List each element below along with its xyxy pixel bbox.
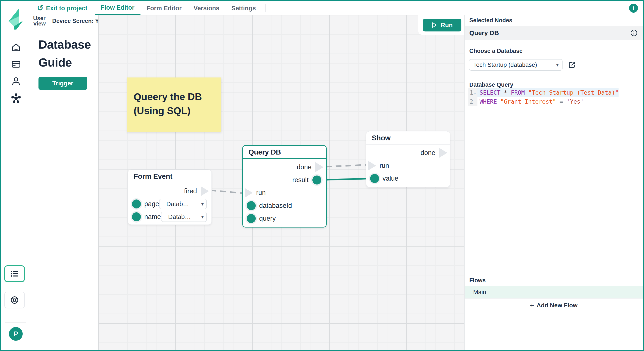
port-label: run xyxy=(256,189,266,197)
tab-flow-editor[interactable]: Flow Editor xyxy=(95,1,140,15)
user-avatar[interactable]: P xyxy=(9,327,23,341)
data-output-port[interactable] xyxy=(312,176,321,184)
data-input-port[interactable] xyxy=(132,199,141,208)
code-line: 2 WHERE "Grant Interest" = 'Yes' xyxy=(468,97,575,106)
edge-done-to-run xyxy=(326,165,367,167)
exec-output-port[interactable] xyxy=(439,148,447,158)
user-icon[interactable] xyxy=(10,76,22,87)
tab-bar-divider xyxy=(265,4,266,12)
exec-input-port[interactable] xyxy=(368,161,376,171)
list-icon xyxy=(10,269,20,279)
node-query-db[interactable]: Query DB done result run databaseId xyxy=(242,145,327,227)
node-title: Form Event xyxy=(128,170,212,183)
lifebuoy-icon xyxy=(10,295,20,305)
device-screen-selector[interactable]: Device Screen: Yo xyxy=(50,15,98,27)
top-bar: ↺ Exit to project Flow Editor Form Edito… xyxy=(31,1,643,15)
port-label: done xyxy=(420,149,435,157)
play-icon xyxy=(432,22,437,28)
tab-form-editor[interactable]: Form Editor xyxy=(140,1,188,15)
sql-editor[interactable]: 1 ⌄ SELECT * FROM "Tech Startup (Test Da… xyxy=(468,88,575,106)
port-row-page: page Datab… ▾ xyxy=(128,198,212,210)
user-view-label: User View xyxy=(33,16,46,26)
data-input-port[interactable] xyxy=(370,174,379,183)
run-button[interactable]: Run xyxy=(423,19,462,32)
port-row-databaseid: databaseId xyxy=(243,199,326,212)
fold-chevron-icon[interactable]: ⌄ xyxy=(474,90,476,95)
choose-database-label: Choose a Database xyxy=(469,48,522,54)
port-label: fired xyxy=(184,187,197,195)
help-button[interactable] xyxy=(4,292,25,308)
integrations-hub-icon[interactable] xyxy=(10,93,22,104)
tab-versions[interactable]: Versions xyxy=(188,1,225,15)
page-title: Database Guide xyxy=(38,36,96,72)
chevron-down-icon: ▾ xyxy=(556,62,559,68)
port-label: result xyxy=(292,176,308,184)
chevron-down-icon: ▾ xyxy=(201,201,204,207)
port-label: query xyxy=(259,215,276,222)
line-number: 2 xyxy=(470,98,473,105)
exec-output-port[interactable] xyxy=(315,162,324,172)
port-label: value xyxy=(382,175,398,182)
exit-to-project-button[interactable]: ↺ Exit to project xyxy=(37,1,88,15)
flow-item-main[interactable]: Main xyxy=(464,286,643,298)
sticky-note[interactable]: Queery the DB (Using SQL) xyxy=(127,78,221,132)
line-number: 1 xyxy=(470,89,473,96)
port-row-result: result xyxy=(243,174,326,186)
add-new-flow-button[interactable]: + Add New Flow xyxy=(464,298,643,312)
tab-settings[interactable]: Settings xyxy=(225,1,262,15)
plus-icon: + xyxy=(530,302,534,309)
info-icon[interactable]: i xyxy=(629,4,638,13)
port-label: done xyxy=(297,163,312,171)
database-query-label: Database Query xyxy=(469,82,513,88)
sidebar-divider xyxy=(5,322,26,322)
port-label: databaseId xyxy=(259,202,292,210)
data-input-port[interactable] xyxy=(247,214,256,223)
app-window: ↺ Exit to project Flow Editor Form Edito… xyxy=(0,0,644,351)
node-title: Query DB xyxy=(243,146,326,159)
name-select[interactable]: Datab… ▾ xyxy=(161,212,207,222)
port-label: page xyxy=(144,200,159,208)
app-logo-icon xyxy=(7,7,25,30)
port-row-run: run xyxy=(366,159,450,172)
editor-tabs: Flow Editor Form Editor Versions Setting… xyxy=(95,1,266,15)
port-label: run xyxy=(380,162,389,170)
node-form-event[interactable]: Form Event fired page Datab… ▾ name xyxy=(128,170,212,225)
port-row-done: done xyxy=(366,146,450,159)
flow-canvas[interactable]: Queery the DB (Using SQL) Form Event fir… xyxy=(98,15,464,350)
data-input-port[interactable] xyxy=(132,212,141,221)
left-sidebar: P xyxy=(1,1,31,350)
chevron-down-icon: ▾ xyxy=(201,214,204,220)
data-input-port[interactable] xyxy=(247,201,256,210)
open-database-external-icon[interactable] xyxy=(568,61,576,69)
undo-arrow-icon: ↺ xyxy=(37,5,44,11)
selected-nodes-header: Selected Nodes xyxy=(464,15,643,26)
selected-node-bar[interactable]: Query DB xyxy=(464,26,643,40)
port-row-name: name Datab… ▾ xyxy=(128,210,212,223)
port-row-query: query xyxy=(243,212,326,225)
exec-output-port[interactable] xyxy=(201,186,209,196)
flows-section: Flows Main + Add New Flow xyxy=(464,275,643,312)
database-select[interactable]: Tech Startup (database) ▾ xyxy=(469,59,562,71)
node-info-icon[interactable] xyxy=(630,29,638,37)
node-list-button[interactable] xyxy=(4,265,25,282)
node-title: Show xyxy=(366,131,450,145)
port-row-fired: fired xyxy=(128,185,212,198)
inspector-panel: Selected Nodes Query DB Choose a Databas… xyxy=(464,15,643,350)
edge-fired-to-run xyxy=(210,190,243,193)
page-select[interactable]: Datab… ▾ xyxy=(159,199,207,209)
node-show[interactable]: Show done run value xyxy=(366,131,450,187)
port-row-done: done xyxy=(243,161,326,174)
edge-result-to-value xyxy=(326,178,373,180)
port-label: name xyxy=(144,213,161,221)
card-icon[interactable] xyxy=(10,59,22,70)
user-view-panel: User View Device Screen: Yo Database Gui… xyxy=(31,15,98,350)
exec-input-port[interactable] xyxy=(244,188,253,198)
home-icon[interactable] xyxy=(10,42,22,53)
user-view-header: User View Device Screen: Yo xyxy=(31,15,98,27)
flows-header: Flows xyxy=(464,275,643,286)
code-line: 1 ⌄ SELECT * FROM "Tech Startup (Test Da… xyxy=(468,88,575,97)
port-row-value: value xyxy=(366,172,450,185)
port-row-run: run xyxy=(243,186,326,199)
trigger-button[interactable]: Trigger xyxy=(38,77,87,90)
exit-to-project-label: Exit to project xyxy=(46,5,87,12)
